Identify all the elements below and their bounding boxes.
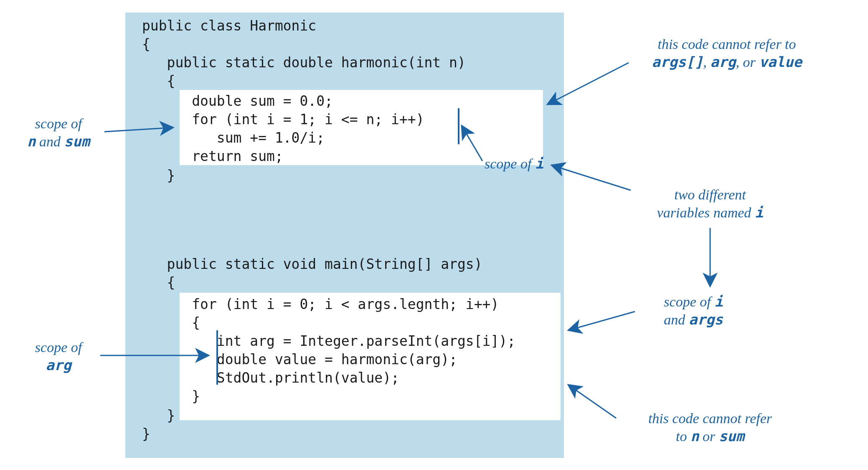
text: scope of (35, 116, 82, 131)
text: to (676, 429, 690, 444)
annotation-scope-i-args: scope of i and args (635, 293, 752, 329)
code-line: return sum; (142, 147, 283, 166)
code-line: { (142, 273, 175, 292)
code-line: { (142, 72, 175, 90)
text: scope of (485, 156, 535, 171)
code-line: } (142, 406, 175, 425)
code-line: { (142, 314, 200, 332)
diagram-stage: public class Harmonic { public static do… (0, 0, 868, 470)
annotation-two-i: two different variables named i (631, 186, 789, 222)
text: i (755, 204, 763, 221)
arrow-cannot-n-sum (568, 385, 616, 418)
code-line: int arg = Integer.parseInt(args[i]); (142, 332, 515, 350)
text: arg (46, 357, 71, 373)
text: variables named (657, 205, 755, 220)
text: args (689, 311, 723, 328)
annotation-scope-i: scope of i (485, 155, 576, 173)
arrow-scope-i-args (568, 312, 635, 330)
text: and (36, 134, 64, 149)
text: value (759, 54, 802, 70)
code-line: for (int i = 1; i <= n; i++) (142, 110, 424, 129)
text: sum (64, 133, 90, 150)
code-line: public static double harmonic(int n) (142, 54, 466, 72)
text: i (535, 155, 543, 172)
code-line: double sum = 0.0; (142, 92, 333, 110)
annotation-cannot-args: this code cannot refer to args[], arg, o… (618, 36, 835, 71)
text: arg (710, 54, 736, 70)
text: , (703, 54, 710, 70)
text: and (664, 312, 689, 327)
code-line: double value = harmonic(arg); (142, 350, 457, 369)
text: n (690, 428, 699, 444)
text: scope of (35, 340, 82, 355)
annotation-scope-n-sum: scope of n and sum (13, 115, 104, 151)
text: , or (736, 54, 759, 70)
text: scope of (664, 294, 714, 309)
text: args[] (652, 54, 703, 70)
code-line: public class Harmonic (142, 17, 316, 35)
code-line: { (142, 35, 150, 54)
annotation-cannot-n-sum: this code cannot refer to n or sum (614, 410, 806, 445)
code-line: } (142, 425, 150, 443)
text: sum (719, 428, 744, 444)
code-line: } (142, 387, 200, 406)
text: i (714, 293, 723, 310)
code-line: StdOut.println(value); (142, 369, 399, 387)
text: this code cannot refer to (657, 36, 796, 52)
text: n (27, 133, 36, 150)
code-line: } (142, 166, 175, 185)
code-line: sum += 1.0/i; (142, 129, 325, 147)
text: this code cannot refer (648, 411, 772, 426)
annotation-scope-arg: scope of arg (21, 339, 96, 374)
code-line: for (int i = 0; i < args.legnth; i++) (142, 295, 499, 314)
code-line: public static void main(String[] args) (142, 255, 482, 273)
text: two different (674, 187, 746, 202)
text: or (699, 429, 718, 444)
